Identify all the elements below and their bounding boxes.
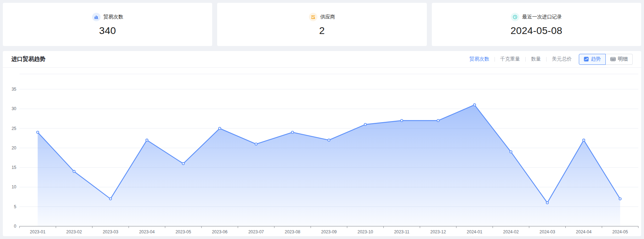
svg-text:2024-05: 2024-05 [612, 229, 628, 234]
trend-card-title: 进口贸易趋势 [11, 56, 45, 63]
svg-text:10: 10 [12, 184, 17, 189]
svg-text:2024-02: 2024-02 [503, 229, 519, 234]
clock-icon [511, 13, 519, 21]
metric-tab-quantity[interactable]: 数量 [531, 56, 541, 62]
stat-value: 2024-05-08 [510, 25, 562, 36]
stat-head: 最近一次进口记录 [511, 13, 562, 21]
svg-text:20: 20 [12, 146, 17, 150]
svg-text:5: 5 [14, 204, 16, 209]
stat-head: 供应商 [309, 13, 335, 21]
svg-text:15: 15 [12, 165, 17, 170]
stat-label: 供应商 [320, 14, 335, 20]
table-icon [610, 57, 616, 62]
shop-icon [309, 13, 317, 21]
svg-text:2023-01: 2023-01 [30, 229, 45, 234]
trend-card-header: 进口贸易趋势 贸易次数 千克重量 数量 美元总价 [3, 51, 641, 68]
svg-text:35: 35 [12, 87, 17, 92]
stat-card-suppliers: 供应商 2 [217, 3, 426, 46]
trend-chart[interactable]: 051015202530352023-012023-022023-032023-… [3, 68, 641, 236]
detail-view-button[interactable]: 明细 [606, 54, 633, 65]
svg-text:2023-03: 2023-03 [103, 229, 118, 234]
svg-text:2024-04: 2024-04 [576, 229, 592, 234]
svg-text:2023-11: 2023-11 [394, 229, 409, 234]
toggle-label: 趋势 [591, 56, 601, 62]
svg-text:2023-07: 2023-07 [248, 229, 264, 234]
trend-icon [584, 57, 589, 62]
bar-chart-icon [92, 13, 101, 21]
stats-row: 贸易次数 340 供应商 2 [3, 3, 641, 46]
svg-text:2023-10: 2023-10 [357, 229, 373, 234]
tab-separator [495, 57, 495, 62]
svg-text:2024-03: 2024-03 [540, 229, 555, 234]
dashboard-page: 贸易次数 340 供应商 2 [0, 0, 644, 239]
metric-tabs: 贸易次数 千克重量 数量 美元总价 [469, 56, 572, 62]
stat-value: 2 [319, 25, 325, 36]
metric-tab-usd-total[interactable]: 美元总价 [552, 56, 572, 62]
stat-card-latest-import: 最近一次进口记录 2024-05-08 [432, 3, 641, 46]
svg-text:2023-02: 2023-02 [66, 229, 82, 234]
toggle-label: 明细 [618, 56, 628, 62]
svg-text:2023-09: 2023-09 [321, 229, 337, 234]
svg-text:30: 30 [12, 106, 17, 111]
trend-card-controls: 贸易次数 千克重量 数量 美元总价 [469, 54, 633, 65]
stat-head: 贸易次数 [92, 13, 123, 21]
svg-text:2024-01: 2024-01 [467, 229, 482, 234]
view-toggle: 趋势 明细 [579, 54, 633, 65]
tab-separator [525, 57, 526, 62]
import-trend-card: 进口贸易趋势 贸易次数 千克重量 数量 美元总价 [3, 51, 641, 236]
svg-text:0: 0 [14, 224, 16, 229]
stat-label: 最近一次进口记录 [522, 14, 562, 20]
svg-text:25: 25 [12, 126, 17, 131]
svg-text:2023-05: 2023-05 [175, 229, 191, 234]
tab-separator [546, 57, 547, 62]
metric-tab-kg-weight[interactable]: 千克重量 [500, 56, 520, 62]
stat-label: 贸易次数 [103, 14, 123, 20]
stat-card-trade-count: 贸易次数 340 [3, 3, 212, 46]
trend-view-button[interactable]: 趋势 [579, 54, 606, 65]
svg-text:2023-12: 2023-12 [430, 229, 446, 234]
svg-text:2023-08: 2023-08 [285, 229, 300, 234]
metric-tab-trade-count[interactable]: 贸易次数 [469, 56, 489, 62]
stat-value: 340 [99, 25, 116, 36]
svg-text:2023-06: 2023-06 [212, 229, 227, 234]
svg-text:2023-04: 2023-04 [139, 229, 155, 234]
